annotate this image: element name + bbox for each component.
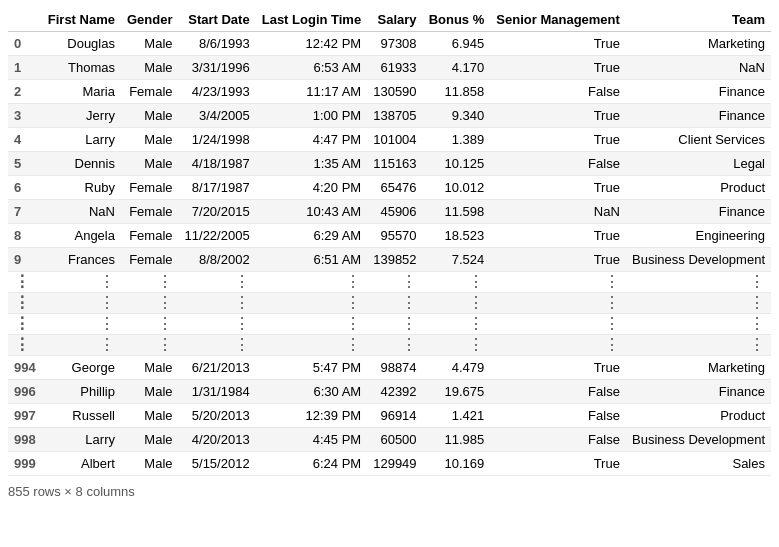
row-cell: 9.340: [423, 104, 491, 128]
data-table: First Name Gender Start Date Last Login …: [8, 8, 771, 476]
table-ellipsis-row: ⋮⋮⋮⋮⋮⋮⋮⋮⋮: [8, 272, 771, 293]
row-cell: George: [42, 356, 121, 380]
row-cell: Engineering: [626, 224, 771, 248]
row-cell: 60500: [367, 428, 422, 452]
row-cell: Male: [121, 128, 179, 152]
row-cell: 6:29 AM: [256, 224, 368, 248]
row-cell: Female: [121, 248, 179, 272]
col-header-bonus: Bonus %: [423, 8, 491, 32]
row-index: 0: [8, 32, 42, 56]
row-cell: 6.945: [423, 32, 491, 56]
row-cell: 4/18/1987: [179, 152, 256, 176]
ellipsis-cell: ⋮: [626, 335, 771, 356]
row-cell: 61933: [367, 56, 422, 80]
ellipsis-cell: ⋮: [256, 272, 368, 293]
row-cell: True: [490, 224, 626, 248]
col-header-gender: Gender: [121, 8, 179, 32]
table-row: 998LarryMale4/20/20134:45 PM6050011.985F…: [8, 428, 771, 452]
row-index: 994: [8, 356, 42, 380]
ellipsis-cell: ⋮: [490, 272, 626, 293]
row-cell: 5/15/2012: [179, 452, 256, 476]
row-cell: 1/24/1998: [179, 128, 256, 152]
row-cell: Finance: [626, 80, 771, 104]
row-cell: Larry: [42, 128, 121, 152]
col-header-salary: Salary: [367, 8, 422, 32]
col-header-team: Team: [626, 8, 771, 32]
table-row: 999AlbertMale5/15/20126:24 PM12994910.16…: [8, 452, 771, 476]
ellipsis-cell: ⋮: [490, 293, 626, 314]
row-cell: NaN: [42, 200, 121, 224]
row-cell: 10.012: [423, 176, 491, 200]
row-cell: Female: [121, 224, 179, 248]
col-header-first-name: First Name: [42, 8, 121, 32]
row-cell: 8/17/1987: [179, 176, 256, 200]
row-cell: 10.169: [423, 452, 491, 476]
row-index: 3: [8, 104, 42, 128]
row-cell: 11.858: [423, 80, 491, 104]
row-cell: Female: [121, 80, 179, 104]
row-index: 997: [8, 404, 42, 428]
row-cell: 4:47 PM: [256, 128, 368, 152]
table-header-row: First Name Gender Start Date Last Login …: [8, 8, 771, 32]
row-cell: 6:51 AM: [256, 248, 368, 272]
row-cell: Product: [626, 404, 771, 428]
row-cell: Finance: [626, 380, 771, 404]
row-cell: True: [490, 356, 626, 380]
ellipsis-cell: ⋮: [256, 335, 368, 356]
row-cell: Sales: [626, 452, 771, 476]
table-row: 5DennisMale4/18/19871:35 AM11516310.125F…: [8, 152, 771, 176]
row-cell: 6:30 AM: [256, 380, 368, 404]
row-cell: 12:39 PM: [256, 404, 368, 428]
ellipsis-cell: ⋮: [626, 272, 771, 293]
row-cell: 18.523: [423, 224, 491, 248]
row-cell: Product: [626, 176, 771, 200]
table-row: 997RussellMale5/20/201312:39 PM969141.42…: [8, 404, 771, 428]
col-header-index: [8, 8, 42, 32]
row-cell: Russell: [42, 404, 121, 428]
row-cell: 42392: [367, 380, 422, 404]
table-ellipsis-row: ⋮⋮⋮⋮⋮⋮⋮⋮⋮: [8, 293, 771, 314]
row-cell: Marketing: [626, 356, 771, 380]
row-cell: Male: [121, 56, 179, 80]
row-cell: True: [490, 128, 626, 152]
ellipsis-cell: ⋮: [490, 314, 626, 335]
row-cell: Female: [121, 200, 179, 224]
table-row: 6RubyFemale8/17/19874:20 PM6547610.012Tr…: [8, 176, 771, 200]
row-cell: Finance: [626, 104, 771, 128]
table-row: 7NaNFemale7/20/201510:43 AM4590611.598Na…: [8, 200, 771, 224]
table-ellipsis-row: ⋮⋮⋮⋮⋮⋮⋮⋮⋮: [8, 335, 771, 356]
ellipsis-cell: ⋮: [256, 293, 368, 314]
row-cell: 6:24 PM: [256, 452, 368, 476]
row-cell: 6/21/2013: [179, 356, 256, 380]
row-cell: Male: [121, 104, 179, 128]
ellipsis-cell: ⋮: [367, 314, 422, 335]
row-cell: 130590: [367, 80, 422, 104]
ellipsis-cell: ⋮: [121, 314, 179, 335]
table-row: 996PhillipMale1/31/19846:30 AM4239219.67…: [8, 380, 771, 404]
ellipsis-cell: ⋮: [8, 293, 42, 314]
row-index: 998: [8, 428, 42, 452]
ellipsis-cell: ⋮: [179, 335, 256, 356]
row-cell: 6:53 AM: [256, 56, 368, 80]
row-index: 9: [8, 248, 42, 272]
row-cell: Male: [121, 452, 179, 476]
ellipsis-cell: ⋮: [8, 272, 42, 293]
row-cell: 65476: [367, 176, 422, 200]
row-index: 5: [8, 152, 42, 176]
row-cell: 4/20/2013: [179, 428, 256, 452]
row-cell: 1.389: [423, 128, 491, 152]
row-cell: NaN: [626, 56, 771, 80]
table-summary: 855 rows × 8 columns: [8, 484, 771, 499]
row-cell: False: [490, 380, 626, 404]
row-cell: Albert: [42, 452, 121, 476]
table-row: 1ThomasMale3/31/19966:53 AM619334.170Tru…: [8, 56, 771, 80]
ellipsis-cell: ⋮: [121, 293, 179, 314]
row-cell: Business Development: [626, 428, 771, 452]
ellipsis-cell: ⋮: [423, 335, 491, 356]
row-cell: Douglas: [42, 32, 121, 56]
row-cell: 3/31/1996: [179, 56, 256, 80]
row-cell: Marketing: [626, 32, 771, 56]
row-cell: 4.170: [423, 56, 491, 80]
row-index: 1: [8, 56, 42, 80]
ellipsis-cell: ⋮: [367, 335, 422, 356]
